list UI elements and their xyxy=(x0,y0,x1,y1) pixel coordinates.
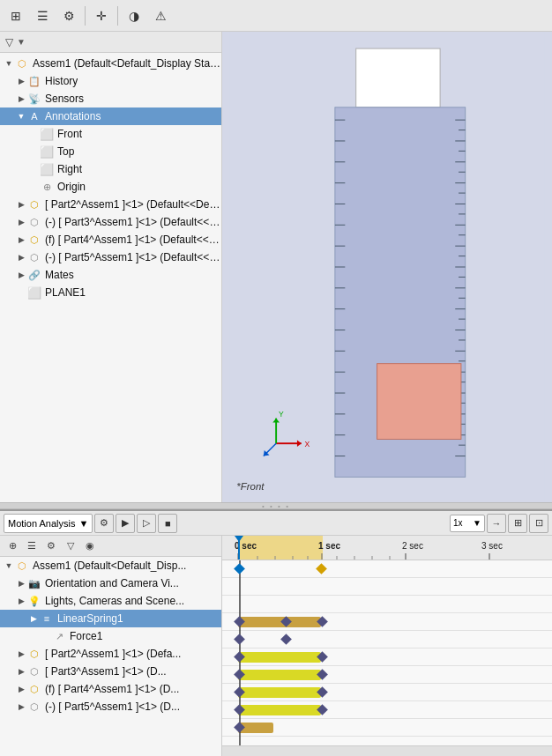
toolbar-grid-icon[interactable]: ⊞ xyxy=(4,4,28,28)
panel-divider[interactable]: • • • • xyxy=(0,502,552,509)
motion-calc-btn[interactable]: ⚙ xyxy=(94,514,114,533)
motion-export2-btn[interactable]: ⊡ xyxy=(529,514,548,533)
mpart5-label: (-) [ Part5^Assem1 ]<1> (D... xyxy=(45,700,180,713)
plane1-label: PLANE1 xyxy=(45,286,86,299)
expand-mpart2[interactable]: ▶ xyxy=(16,649,26,658)
diamond-force-r xyxy=(280,634,292,645)
tree-item-right[interactable]: ⬜ Right xyxy=(0,160,221,178)
toolbar-warning-icon[interactable]: ⚠ xyxy=(148,4,173,28)
motion-arrow-btn[interactable]: → xyxy=(487,514,506,533)
expand-orientation[interactable]: ▶ xyxy=(16,579,26,588)
tree-item-assembly[interactable]: ▼ ⬡ Assem1 (Default<Default_Display Stat… xyxy=(0,55,221,72)
motion-tree-item-lights[interactable]: ▶ 💡 Lights, Cameras and Scene... xyxy=(0,592,221,610)
annotations-label: Annotations xyxy=(45,110,101,122)
tree-item-sensors[interactable]: ▶ 📡 Sensors xyxy=(0,90,221,107)
expand-mates[interactable]: ▶ xyxy=(16,271,26,279)
motion-tree: ⊕ ☰ ⚙ ▽ ◉ ▼ ⬡ Assem1 (Default<Default_Di… xyxy=(0,536,222,756)
toolbar-crosshair-icon[interactable]: ✛ xyxy=(89,4,114,28)
filter-icon[interactable]: ▽ xyxy=(5,36,13,48)
motion-tree-item-mpart4[interactable]: ▶ ⬡ (f) [ Part4^Assem1 ]<1> (D... xyxy=(0,680,221,698)
tree-item-part4[interactable]: ▶ ⬡ (f) [ Part4^Assem1 ]<1> (Default<<D.… xyxy=(0,231,221,248)
expand-annotations[interactable]: ▼ xyxy=(16,112,26,121)
motion-tree-item-mpart3[interactable]: ▶ ⬡ [ Part3^Assem1 ]<1> (D... xyxy=(0,663,221,680)
expand-part3[interactable]: ▶ xyxy=(16,218,26,226)
tl-bar-mpart2 xyxy=(238,652,321,663)
expand-part5[interactable]: ▶ xyxy=(16,253,26,262)
tree-item-mates[interactable]: ▶ 🔗 Mates xyxy=(0,266,221,284)
diamond-force-l xyxy=(234,634,245,645)
tree-item-part5[interactable]: ▶ ⬡ (-) [ Part5^Assem1 ]<1> (Default<<D.… xyxy=(0,248,221,266)
motion-tool-filter[interactable]: ▽ xyxy=(62,537,79,555)
motion-play-btn[interactable]: ▶ xyxy=(116,514,135,533)
motion-tree-item-mpart2[interactable]: ▶ ⬡ [ Part2^Assem1 ]<1> (Defa... xyxy=(0,645,221,663)
sensors-label: Sensors xyxy=(45,93,84,105)
plane-icon-front: ⬜ xyxy=(39,127,55,141)
tree-item-part2[interactable]: ▶ ⬡ [ Part2^Assem1 ]<1> (Default<<Defa..… xyxy=(0,196,221,213)
bottom-scroll[interactable] xyxy=(222,745,552,756)
tree-item-plane1[interactable]: ⬜ PLANE1 xyxy=(0,284,221,301)
expand-massembly[interactable]: ▼ xyxy=(4,561,14,570)
part3-label: (-) [ Part3^Assem1 ]<1> (Default<<D... xyxy=(45,216,221,228)
top-label: Top xyxy=(57,145,74,158)
right-label: Right xyxy=(57,163,82,175)
expand-sensors[interactable]: ▶ xyxy=(16,94,26,103)
viewport[interactable]: X Y *Front xyxy=(222,32,552,502)
orientation-icon: 📷 xyxy=(26,576,42,590)
motion-tool-add[interactable]: ⊕ xyxy=(4,537,21,555)
expand-part4[interactable]: ▶ xyxy=(16,235,26,244)
toolbar-settings-icon[interactable]: ⚙ xyxy=(56,4,81,28)
motion-tree-item-mpart5[interactable]: ▶ ⬡ (-) [ Part5^Assem1 ]<1> (D... xyxy=(0,698,221,715)
timeline-row-7 xyxy=(222,684,552,701)
timeline-header: 0 sec 1 sec 2 sec 3 sec 4 sec xyxy=(222,536,552,560)
motion-tool-settings[interactable]: ⚙ xyxy=(42,537,60,555)
dropdown-arrow-icon: ▼ xyxy=(78,518,88,529)
timeline-row-9 xyxy=(222,719,552,737)
expand-lights[interactable]: ▶ xyxy=(16,597,26,605)
expand-linearspring[interactable]: ▶ xyxy=(28,614,39,623)
motion-tree-item-assembly[interactable]: ▼ ⬡ Assem1 (Default<Default_Disp... xyxy=(0,557,221,574)
toolbar-sep-1 xyxy=(85,6,86,26)
tree-item-top[interactable]: ⬜ Top xyxy=(0,143,221,160)
tree-item-origin[interactable]: ⊕ Origin xyxy=(0,178,221,196)
motion-export1-btn[interactable]: ⊞ xyxy=(508,514,527,533)
motion-tree-item-force1[interactable]: ↗ Force1 xyxy=(0,627,221,645)
history-label: History xyxy=(45,75,78,87)
svg-rect-1 xyxy=(356,48,440,107)
motion-tree-item-linearspring[interactable]: ▶ ≡ LinearSpring1 xyxy=(0,610,221,627)
motion-tree-item-orientation[interactable]: ▶ 📷 Orientation and Camera Vi... xyxy=(0,574,221,592)
lights-label: Lights, Cameras and Scene... xyxy=(45,595,184,607)
expand-mpart3[interactable]: ▶ xyxy=(16,667,26,676)
tree-item-annotations[interactable]: ▼ A Annotations xyxy=(0,107,221,125)
expand-part2[interactable]: ▶ xyxy=(16,200,26,209)
mates-label: Mates xyxy=(45,269,74,281)
mpart2-label: [ Part2^Assem1 ]<1> (Defa... xyxy=(45,648,181,660)
motion-stop-btn[interactable]: ■ xyxy=(158,514,177,533)
expand-mpart4[interactable]: ▶ xyxy=(16,685,26,693)
time-scale-dropdown[interactable]: 1x ▼ xyxy=(450,515,485,532)
tree-item-front[interactable]: ⬜ Front xyxy=(0,125,221,143)
motion-play-from-start-btn[interactable]: ▷ xyxy=(137,514,156,533)
scroll-track[interactable] xyxy=(222,746,552,756)
motion-type-dropdown[interactable]: Motion Analysis ▼ xyxy=(4,514,93,533)
mpart4-label: (f) [ Part4^Assem1 ]<1> (D... xyxy=(45,683,179,695)
expand-history[interactable]: ▶ xyxy=(16,77,26,85)
ruler-ticks-svg xyxy=(222,536,552,560)
part4-label: (f) [ Part4^Assem1 ]<1> (Default<<D... xyxy=(45,233,221,246)
tree-item-part3[interactable]: ▶ ⬡ (-) [ Part3^Assem1 ]<1> (Default<<D.… xyxy=(0,213,221,231)
lights-icon: 💡 xyxy=(26,594,42,608)
linearspring-label: LinearSpring1 xyxy=(57,612,123,625)
tree-item-history[interactable]: ▶ 📋 History xyxy=(0,72,221,90)
part4-icon: ⬡ xyxy=(26,233,42,247)
timeline-row-1 xyxy=(222,578,552,596)
motion-panel: Motion Analysis ▼ ⚙ ▶ ▷ ■ 1x ▼ → ⊞ ⊡ ⊕ ☰… xyxy=(0,509,552,756)
force1-label: Force1 xyxy=(70,630,102,642)
expand-assembly[interactable]: ▼ xyxy=(4,59,14,68)
toolbar-list-icon[interactable]: ☰ xyxy=(30,4,55,28)
motion-tool-circle[interactable]: ◉ xyxy=(81,537,99,555)
expand-mpart5[interactable]: ▶ xyxy=(16,702,26,711)
motion-secondary-toolbar: ⊕ ☰ ⚙ ▽ ◉ xyxy=(0,536,221,557)
toolbar-chart-icon[interactable]: ◑ xyxy=(122,4,146,28)
plane1-icon: ⬜ xyxy=(26,285,42,300)
motion-tool-list[interactable]: ☰ xyxy=(23,537,41,555)
filter-dropdown[interactable]: ▼ xyxy=(17,37,26,47)
